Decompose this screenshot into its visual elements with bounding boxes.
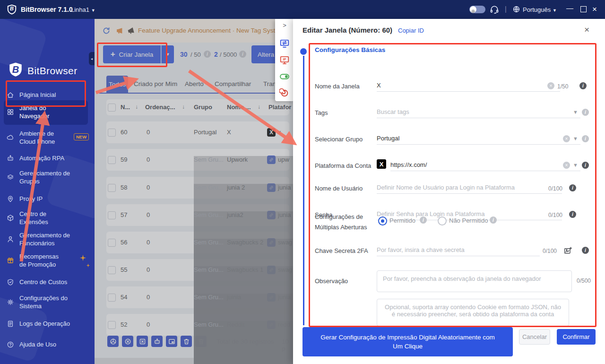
row-checkbox[interactable] — [108, 294, 116, 302]
sidebar-item-ajuda-uso[interactable]: Ajuda de Uso — [7, 340, 90, 348]
arrange-windows-button[interactable] — [166, 336, 177, 347]
refresh-icon[interactable] — [102, 26, 111, 35]
window-name-field[interactable] — [377, 79, 560, 92]
chevron-down-icon[interactable]: ▼ — [573, 136, 578, 141]
tags-input[interactable] — [377, 105, 580, 118]
radio-nao-permitido[interactable] — [438, 217, 447, 225]
cancel-button[interactable]: Cancelar — [519, 329, 550, 345]
opened-info-icon[interactable]: i — [239, 51, 246, 58]
sidebar-item-proxy-ip[interactable]: Proxy IP — [7, 195, 90, 203]
minimize-button[interactable]: — — [566, 4, 573, 12]
cookie-field[interactable] — [377, 299, 569, 326]
window-name-input[interactable] — [377, 79, 560, 91]
twofa-field[interactable] — [377, 243, 540, 256]
radio-nao-permitido-label[interactable]: Não Permitido — [449, 217, 488, 224]
sidebar-item-gerenciamento-funcionarios[interactable]: Gerenciamento de Funcionários — [7, 231, 78, 247]
group-select-field[interactable] — [377, 132, 580, 145]
radio-permitido-label[interactable]: Permitido — [389, 217, 415, 224]
ip-check-icon[interactable] — [279, 55, 290, 65]
line-selector[interactable]: Linha1 ▼ — [71, 6, 95, 13]
clear-cache-button[interactable] — [181, 336, 192, 347]
platform-url-input[interactable] — [390, 158, 580, 171]
twofa-input[interactable] — [377, 243, 540, 256]
delete-button[interactable] — [195, 336, 207, 347]
table-row[interactable]: 60 0 Portugal X X x — [106, 121, 289, 143]
close-window-button[interactable]: × — [592, 5, 597, 14]
rpa-batch-button[interactable] — [151, 336, 163, 347]
sidebar-item-recompensas-promocao[interactable]: Recompensas de Promoção — [7, 252, 67, 269]
row-checkbox[interactable] — [108, 266, 116, 274]
info-icon[interactable]: i — [579, 82, 587, 89]
row-checkbox[interactable] — [108, 129, 116, 137]
tab-todos[interactable]: Todos — [106, 76, 128, 93]
sidebar-item-cloud-phone[interactable]: Ambiente de Cloud Phone — [7, 130, 67, 146]
page-size-selector[interactable]: 10 p — [282, 338, 293, 352]
sidebar-item-pagina-inicial[interactable]: Página Inicial — [7, 91, 90, 99]
column-group[interactable]: Grupo — [194, 104, 212, 111]
toggle-status-icon[interactable] — [279, 71, 290, 82]
table-row[interactable]: 58 0 Sem Gru... junia 2 junia — [106, 177, 289, 199]
table-row[interactable]: 54 0 Sem Gru... juinia junia — [106, 286, 289, 308]
close-window-batch-button[interactable] — [137, 336, 148, 347]
open-browser-button[interactable] — [107, 336, 119, 347]
confirm-button[interactable]: Confirmar — [557, 329, 596, 345]
sidebar-item-centro-extensoes[interactable]: Centro de Extensões — [7, 210, 67, 226]
info-icon[interactable]: i — [582, 135, 589, 142]
table-row[interactable]: 55 0 Sem Gru... Swagbucks 1 swag — [106, 259, 289, 281]
username-input[interactable] — [377, 181, 562, 193]
remark-field[interactable] — [377, 270, 572, 292]
column-number[interactable]: N... — [121, 104, 130, 111]
info-icon[interactable]: i — [569, 211, 576, 218]
tab-compartilhar[interactable]: Compartilhar — [215, 80, 251, 87]
drawer-close-icon[interactable]: × — [584, 26, 589, 34]
row-checkbox[interactable] — [108, 156, 116, 164]
clear-icon[interactable]: × — [563, 162, 570, 169]
strip-expand-icon[interactable]: > — [275, 22, 294, 29]
generate-fingerprint-button[interactable]: Gerar Configuração de Impressão Digital … — [302, 327, 513, 356]
language-selector[interactable]: Português ▼ — [523, 6, 557, 13]
sidebar-item-gerenciamento-grupos[interactable]: Gerenciamento de Grupos — [7, 169, 78, 185]
info-icon[interactable]: i — [420, 217, 427, 224]
cookie-textarea[interactable] — [377, 299, 569, 326]
column-order[interactable]: Ordenaç... — [145, 104, 175, 111]
info-icon[interactable]: i — [490, 217, 497, 224]
sidebar-item-janela-do-navegador[interactable]: Janela do Navegador — [7, 104, 68, 120]
sort-down-icon[interactable]: ↓ — [135, 104, 138, 110]
clear-icon[interactable]: × — [563, 135, 570, 142]
sort-down-icon[interactable]: ↓ — [258, 104, 260, 110]
row-checkbox[interactable] — [108, 321, 116, 329]
create-window-button[interactable]: +Criar Janela — [103, 45, 161, 63]
sort-down-icon[interactable]: ↓ — [182, 104, 185, 110]
create-window-dropdown-button[interactable]: ▼ — [161, 45, 174, 63]
platform-url-field[interactable] — [390, 158, 580, 171]
chevron-down-icon[interactable]: ▼ — [573, 109, 578, 115]
info-icon[interactable]: i — [582, 109, 589, 116]
info-icon[interactable]: i — [582, 247, 589, 254]
username-field[interactable] — [377, 181, 562, 194]
table-row[interactable]: 59 0 Sem Gru... Upwork upw — [106, 149, 289, 171]
column-name[interactable]: Nome ... — [227, 104, 251, 111]
fingerprint-icon[interactable] — [279, 88, 290, 98]
support-icon[interactable] — [490, 5, 499, 14]
sidebar-collapse-handle[interactable]: ◂ — [89, 52, 95, 65]
window-sync-icon[interactable] — [279, 38, 290, 49]
row-checkbox[interactable] — [108, 184, 116, 192]
tags-field[interactable] — [377, 105, 580, 118]
select-all-checkbox[interactable] — [108, 104, 116, 112]
table-row[interactable]: 56 0 Sem Gru... Swagbucks 2 swag — [106, 232, 289, 253]
sidebar-item-centro-custos[interactable]: Centro de Custos — [7, 278, 90, 286]
copy-id-link[interactable]: Copiar ID — [398, 27, 424, 34]
tab-aberto[interactable]: Aberto — [185, 80, 204, 87]
maximize-button[interactable] — [580, 6, 587, 12]
column-platform[interactable]: Platafor — [268, 104, 291, 111]
remark-textarea[interactable] — [377, 271, 571, 292]
row-checkbox[interactable] — [108, 239, 116, 247]
tab-criado-por-mim[interactable]: Criado por Mim — [134, 80, 177, 87]
sidebar-item-configuracoes-sistema[interactable]: Configurações do Sistema — [7, 294, 68, 310]
group-select-input[interactable] — [377, 132, 580, 144]
close-browser-button[interactable] — [122, 336, 133, 347]
chevron-down-icon[interactable]: ▼ — [573, 162, 578, 168]
table-row[interactable]: 52 0 Sem Gru... Reddit redd — [106, 314, 289, 336]
info-icon[interactable]: i — [569, 184, 576, 191]
qr-image-icon[interactable] — [563, 246, 572, 255]
